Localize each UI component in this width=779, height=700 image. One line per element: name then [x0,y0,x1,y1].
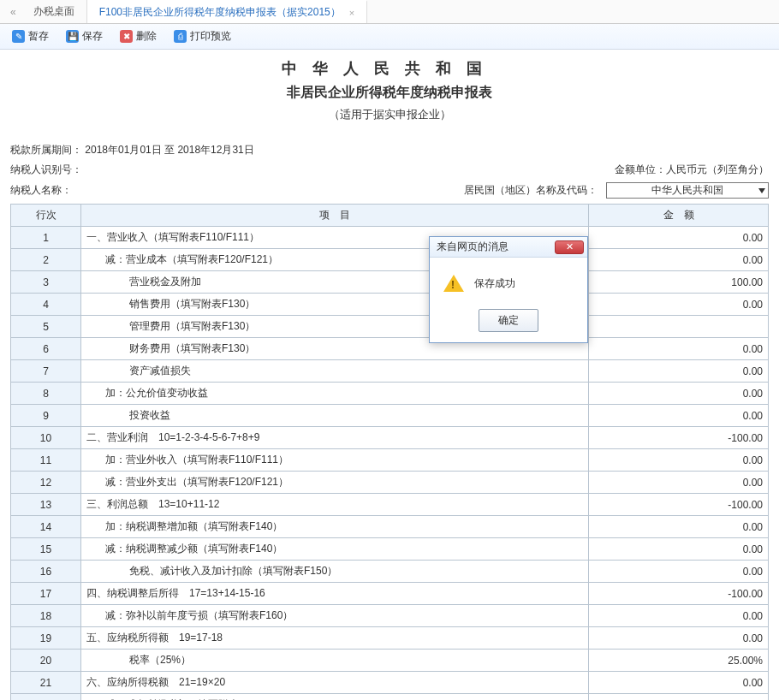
dialog-close-button[interactable]: ✕ [555,240,584,254]
message-dialog: 来自网页的消息 ✕ 保存成功 确定 [429,236,588,343]
row-amount[interactable]: 25.00% [589,650,769,672]
col-header-no: 行次 [11,205,81,227]
row-amount[interactable]: 0.00 [589,627,769,650]
table-row: 6财务费用（填写附表F130）0.00 [11,338,769,360]
period-value: 2018年01月01日 至 2018年12月31日 [85,144,253,156]
row-item: 加：公允价值变动收益 [81,383,589,405]
table-row: 21六、应纳所得税额 21=19×200.00 [11,672,769,694]
row-amount[interactable]: 0.00 [589,694,769,701]
row-amount[interactable]: 100.00 [589,271,769,294]
row-item: 减：纳税调整减少额（填写附表F140） [81,538,589,561]
toolbar: ✎ 暂存 💾 保存 ✖ 删除 ⎙ 打印预览 [0,24,779,50]
row-amount[interactable] [589,316,769,338]
page-title-country: 中华人民共和国 [10,58,769,79]
row-amount[interactable]: 0.00 [589,338,769,360]
row-no: 22 [11,694,81,701]
row-no: 21 [11,672,81,694]
row-amount[interactable]: 0.00 [589,360,769,383]
taxpayer-name-label: 纳税人名称： [10,184,72,196]
row-no: 10 [11,427,81,449]
page-content: 中华人民共和国 非居民企业所得税年度纳税申报表 （适用于据实申报企业） 税款所属… [0,50,779,700]
row-amount[interactable]: 0.00 [589,516,769,538]
table-row: 7资产减值损失0.00 [11,360,769,383]
dialog-title-text: 来自网页的消息 [437,240,508,254]
delete-icon: ✖ [120,30,133,43]
row-item: 资产减值损失 [81,360,589,383]
table-row: 1一、营业收入（填写附表F110/F111）0.00 [11,227,769,249]
table-row: 17四、纳税调整后所得 17=13+14-15-16-100.00 [11,583,769,605]
row-no: 9 [11,405,81,427]
currency-unit-label: 金额单位：人民币元（列至角分） [390,163,769,177]
row-item: 加：纳税调整增加额（填写附表F140） [81,516,589,538]
row-no: 3 [11,271,81,294]
tab-1[interactable]: F100非居民企业所得税年度纳税申报表（据实2015）× [87,0,367,23]
save-temp-icon: ✎ [12,30,25,43]
row-no: 12 [11,472,81,494]
row-no: 2 [11,249,81,271]
tabs-scroll-left[interactable]: « [5,6,21,18]
row-amount[interactable]: 0.00 [589,449,769,472]
row-item: 五、应纳税所得额 19=17-18 [81,627,589,650]
row-item: 免税、减计收入及加计扣除（填写附表F150） [81,561,589,583]
resident-country-value: 中华人民共和国 [651,184,723,196]
save-temp-button[interactable]: ✎ 暂存 [9,27,52,45]
row-amount[interactable]: 0.00 [589,227,769,249]
row-amount[interactable]: 0.00 [589,472,769,494]
resident-country-label: 居民国（地区）名称及代码： [464,183,606,198]
row-amount[interactable]: 0.00 [589,405,769,427]
row-amount[interactable]: -100.00 [589,427,769,449]
tab-label: F100非居民企业所得税年度纳税申报表（据实2015） [99,5,341,20]
row-item: 投资收益 [81,405,589,427]
delete-label: 删除 [136,29,157,44]
delete-button[interactable]: ✖ 删除 [116,27,160,45]
row-no: 15 [11,538,81,561]
save-temp-label: 暂存 [28,29,49,44]
row-no: 11 [11,449,81,472]
tab-bar: « 办税桌面F100非居民企业所得税年度纳税申报表（据实2015）× [0,0,779,24]
table-row: 16免税、减计收入及加计扣除（填写附表F150）0.00 [11,561,769,583]
declaration-table: 行次 项 目 金 额 1一、营业收入（填写附表F110/F111）0.002减：… [10,204,769,700]
row-amount[interactable]: 0.00 [589,561,769,583]
row-no: 14 [11,516,81,538]
row-no: 20 [11,650,81,672]
row-no: 6 [11,338,81,360]
row-amount[interactable]: 0.00 [589,605,769,627]
row-no: 17 [11,583,81,605]
row-no: 5 [11,316,81,338]
tab-0[interactable]: 办税桌面 [21,0,87,23]
save-button[interactable]: 💾 保存 [62,27,106,45]
print-icon: ⎙ [174,30,187,43]
row-item: 三、利润总额 13=10+11-12 [81,494,589,516]
row-item: 减：弥补以前年度亏损（填写附表F160） [81,605,589,627]
table-row: 10二、营业利润 10=1-2-3-4-5-6-7+8+9-100.00 [11,427,769,449]
table-row: 12减：营业外支出（填写附表F120/F121）0.00 [11,472,769,494]
dialog-ok-button[interactable]: 确定 [479,309,538,332]
row-item: 六、应纳所得税额 21=19×20 [81,672,589,694]
row-item: 税率（25%） [81,650,589,672]
period-label: 税款所属期间： [10,144,82,156]
row-item: 减：营业外支出（填写附表F120/F121） [81,472,589,494]
close-icon[interactable]: × [349,8,354,18]
print-preview-label: 打印预览 [190,29,231,44]
row-no: 16 [11,561,81,583]
table-row: 18减：弥补以前年度亏损（填写附表F160）0.00 [11,605,769,627]
save-label: 保存 [82,29,103,44]
save-icon: 💾 [66,30,79,43]
row-no: 4 [11,294,81,316]
row-item: 减：减免所得税额（填写附表F150） [81,694,589,701]
print-preview-button[interactable]: ⎙ 打印预览 [170,27,235,45]
resident-country-select[interactable]: 中华人民共和国 [606,182,769,199]
row-amount[interactable]: 0.00 [589,249,769,271]
row-amount[interactable]: 0.00 [589,294,769,316]
row-item: 加：营业外收入（填写附表F110/F111） [81,449,589,472]
row-no: 18 [11,605,81,627]
row-amount[interactable]: -100.00 [589,494,769,516]
table-row: 15减：纳税调整减少额（填写附表F140）0.00 [11,538,769,561]
table-row: 14加：纳税调整增加额（填写附表F140）0.00 [11,516,769,538]
row-amount[interactable]: -100.00 [589,583,769,605]
row-no: 13 [11,494,81,516]
row-item: 四、纳税调整后所得 17=13+14-15-16 [81,583,589,605]
row-amount[interactable]: 0.00 [589,383,769,405]
row-amount[interactable]: 0.00 [589,538,769,561]
row-amount[interactable]: 0.00 [589,672,769,694]
